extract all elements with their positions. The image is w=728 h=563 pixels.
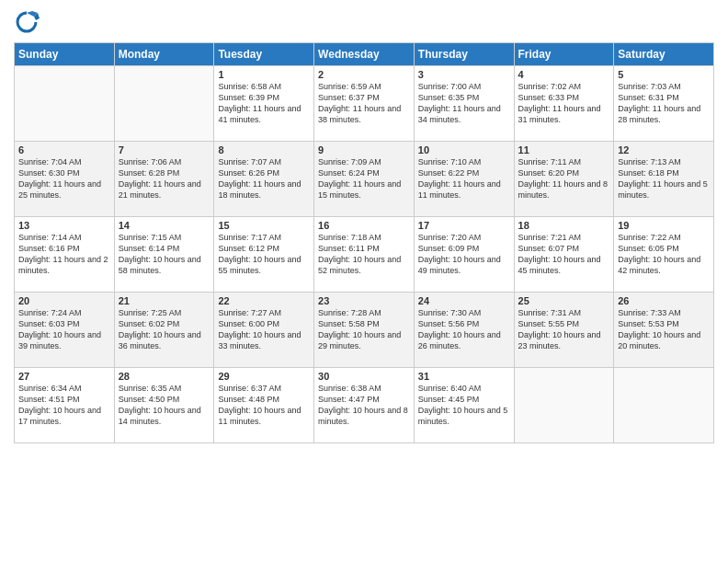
day-number: 14	[119, 220, 210, 231]
weekday-header-wednesday: Wednesday	[314, 43, 415, 66]
day-number: 22	[218, 295, 310, 306]
calendar-cell	[614, 368, 714, 443]
day-info: Sunrise: 7:18 AM Sunset: 6:11 PM Dayligh…	[318, 232, 410, 277]
day-number: 17	[418, 220, 510, 231]
calendar-cell: 31Sunrise: 6:40 AM Sunset: 4:45 PM Dayli…	[414, 368, 514, 443]
calendar-cell: 3Sunrise: 7:00 AM Sunset: 6:35 PM Daylig…	[414, 66, 514, 142]
day-info: Sunrise: 7:15 AM Sunset: 6:14 PM Dayligh…	[119, 232, 210, 277]
day-info: Sunrise: 7:09 AM Sunset: 6:24 PM Dayligh…	[318, 156, 410, 201]
day-info: Sunrise: 7:27 AM Sunset: 6:00 PM Dayligh…	[218, 307, 310, 352]
calendar-cell: 30Sunrise: 6:38 AM Sunset: 4:47 PM Dayli…	[314, 368, 415, 443]
calendar-cell: 17Sunrise: 7:20 AM Sunset: 6:09 PM Dayli…	[414, 217, 514, 293]
day-number: 29	[218, 371, 310, 382]
day-number: 7	[119, 144, 210, 155]
week-row-0: 1Sunrise: 6:58 AM Sunset: 6:39 PM Daylig…	[15, 66, 714, 142]
day-number: 26	[618, 295, 710, 306]
calendar-cell: 20Sunrise: 7:24 AM Sunset: 6:03 PM Dayli…	[15, 293, 115, 368]
calendar-cell: 27Sunrise: 6:34 AM Sunset: 4:51 PM Dayli…	[15, 368, 115, 443]
day-number: 11	[518, 144, 610, 155]
calendar-cell: 16Sunrise: 7:18 AM Sunset: 6:11 PM Dayli…	[314, 217, 415, 293]
calendar-cell: 14Sunrise: 7:15 AM Sunset: 6:14 PM Dayli…	[114, 217, 214, 293]
calendar-cell: 28Sunrise: 6:35 AM Sunset: 4:50 PM Dayli…	[114, 368, 214, 443]
day-number: 4	[518, 69, 610, 80]
calendar-table: SundayMondayTuesdayWednesdayThursdayFrid…	[14, 42, 714, 443]
day-number: 6	[18, 144, 110, 155]
calendar-cell: 15Sunrise: 7:17 AM Sunset: 6:12 PM Dayli…	[214, 217, 314, 293]
day-info: Sunrise: 6:34 AM Sunset: 4:51 PM Dayligh…	[18, 383, 110, 428]
day-info: Sunrise: 7:33 AM Sunset: 5:53 PM Dayligh…	[618, 307, 710, 352]
calendar-cell: 24Sunrise: 7:30 AM Sunset: 5:56 PM Dayli…	[414, 293, 514, 368]
day-info: Sunrise: 7:03 AM Sunset: 6:31 PM Dayligh…	[618, 81, 710, 126]
calendar-cell: 29Sunrise: 6:37 AM Sunset: 4:48 PM Dayli…	[214, 368, 314, 443]
day-info: Sunrise: 7:30 AM Sunset: 5:56 PM Dayligh…	[418, 307, 510, 352]
calendar-cell: 9Sunrise: 7:09 AM Sunset: 6:24 PM Daylig…	[314, 142, 415, 217]
day-number: 21	[119, 295, 210, 306]
day-number: 1	[218, 69, 310, 80]
logo-icon	[14, 9, 40, 35]
calendar-cell: 19Sunrise: 7:22 AM Sunset: 6:05 PM Dayli…	[614, 217, 714, 293]
weekday-header-friday: Friday	[514, 43, 614, 66]
day-number: 12	[618, 144, 710, 155]
day-info: Sunrise: 7:28 AM Sunset: 5:58 PM Dayligh…	[318, 307, 410, 352]
day-info: Sunrise: 7:22 AM Sunset: 6:05 PM Dayligh…	[618, 232, 710, 277]
day-number: 8	[218, 144, 310, 155]
day-info: Sunrise: 7:25 AM Sunset: 6:02 PM Dayligh…	[119, 307, 210, 352]
calendar-cell: 2Sunrise: 6:59 AM Sunset: 6:37 PM Daylig…	[314, 66, 415, 142]
calendar-cell: 13Sunrise: 7:14 AM Sunset: 6:16 PM Dayli…	[15, 217, 115, 293]
weekday-header-row: SundayMondayTuesdayWednesdayThursdayFrid…	[15, 43, 714, 66]
day-info: Sunrise: 7:07 AM Sunset: 6:26 PM Dayligh…	[218, 156, 310, 201]
day-number: 31	[418, 371, 510, 382]
calendar-cell: 26Sunrise: 7:33 AM Sunset: 5:53 PM Dayli…	[614, 293, 714, 368]
day-number: 27	[18, 371, 110, 382]
weekday-header-monday: Monday	[114, 43, 214, 66]
week-row-3: 20Sunrise: 7:24 AM Sunset: 6:03 PM Dayli…	[15, 293, 714, 368]
day-info: Sunrise: 7:20 AM Sunset: 6:09 PM Dayligh…	[418, 232, 510, 277]
calendar-cell: 22Sunrise: 7:27 AM Sunset: 6:00 PM Dayli…	[214, 293, 314, 368]
day-number: 30	[318, 371, 410, 382]
day-number: 18	[518, 220, 610, 231]
day-info: Sunrise: 7:06 AM Sunset: 6:28 PM Dayligh…	[119, 156, 210, 201]
day-number: 13	[18, 220, 110, 231]
logo	[14, 9, 43, 35]
day-info: Sunrise: 7:04 AM Sunset: 6:30 PM Dayligh…	[18, 156, 110, 201]
day-number: 20	[18, 295, 110, 306]
day-info: Sunrise: 7:14 AM Sunset: 6:16 PM Dayligh…	[18, 232, 110, 277]
weekday-header-saturday: Saturday	[614, 43, 714, 66]
calendar-cell	[514, 368, 614, 443]
day-info: Sunrise: 6:38 AM Sunset: 4:47 PM Dayligh…	[318, 383, 410, 428]
calendar-cell: 10Sunrise: 7:10 AM Sunset: 6:22 PM Dayli…	[414, 142, 514, 217]
calendar-cell	[114, 66, 214, 142]
day-number: 24	[418, 295, 510, 306]
weekday-header-tuesday: Tuesday	[214, 43, 314, 66]
day-number: 5	[618, 69, 710, 80]
calendar-cell: 23Sunrise: 7:28 AM Sunset: 5:58 PM Dayli…	[314, 293, 415, 368]
day-info: Sunrise: 6:40 AM Sunset: 4:45 PM Dayligh…	[418, 383, 510, 428]
day-info: Sunrise: 6:35 AM Sunset: 4:50 PM Dayligh…	[119, 383, 210, 428]
page-header	[14, 9, 714, 35]
calendar-cell: 4Sunrise: 7:02 AM Sunset: 6:33 PM Daylig…	[514, 66, 614, 142]
day-info: Sunrise: 7:31 AM Sunset: 5:55 PM Dayligh…	[518, 307, 610, 352]
day-number: 23	[318, 295, 410, 306]
calendar-cell: 21Sunrise: 7:25 AM Sunset: 6:02 PM Dayli…	[114, 293, 214, 368]
calendar-cell: 8Sunrise: 7:07 AM Sunset: 6:26 PM Daylig…	[214, 142, 314, 217]
day-info: Sunrise: 7:21 AM Sunset: 6:07 PM Dayligh…	[518, 232, 610, 277]
day-number: 10	[418, 144, 510, 155]
day-number: 15	[218, 220, 310, 231]
calendar-cell: 11Sunrise: 7:11 AM Sunset: 6:20 PM Dayli…	[514, 142, 614, 217]
day-info: Sunrise: 6:37 AM Sunset: 4:48 PM Dayligh…	[218, 383, 310, 428]
day-info: Sunrise: 7:24 AM Sunset: 6:03 PM Dayligh…	[18, 307, 110, 352]
week-row-4: 27Sunrise: 6:34 AM Sunset: 4:51 PM Dayli…	[15, 368, 714, 443]
day-info: Sunrise: 7:10 AM Sunset: 6:22 PM Dayligh…	[418, 156, 510, 201]
calendar-cell: 6Sunrise: 7:04 AM Sunset: 6:30 PM Daylig…	[15, 142, 115, 217]
day-info: Sunrise: 7:02 AM Sunset: 6:33 PM Dayligh…	[518, 81, 610, 126]
day-number: 25	[518, 295, 610, 306]
calendar-cell: 12Sunrise: 7:13 AM Sunset: 6:18 PM Dayli…	[614, 142, 714, 217]
day-number: 28	[119, 371, 210, 382]
day-number: 16	[318, 220, 410, 231]
calendar-cell: 25Sunrise: 7:31 AM Sunset: 5:55 PM Dayli…	[514, 293, 614, 368]
day-info: Sunrise: 6:58 AM Sunset: 6:39 PM Dayligh…	[218, 81, 310, 126]
calendar-cell: 1Sunrise: 6:58 AM Sunset: 6:39 PM Daylig…	[214, 66, 314, 142]
week-row-2: 13Sunrise: 7:14 AM Sunset: 6:16 PM Dayli…	[15, 217, 714, 293]
calendar-cell: 5Sunrise: 7:03 AM Sunset: 6:31 PM Daylig…	[614, 66, 714, 142]
calendar-cell: 7Sunrise: 7:06 AM Sunset: 6:28 PM Daylig…	[114, 142, 214, 217]
